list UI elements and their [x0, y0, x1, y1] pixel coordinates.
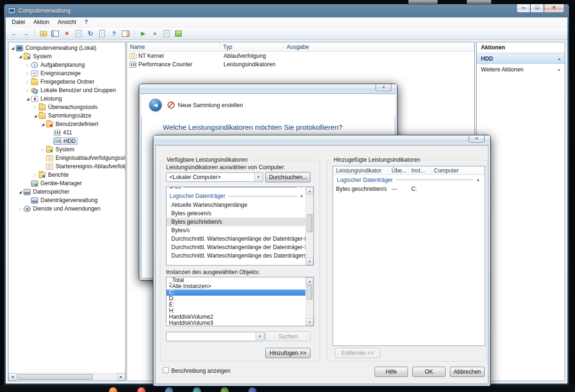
list-row-nt-kernel[interactable]: NT Kernel Ablaufverfolgung [127, 52, 474, 60]
start-collector-button[interactable]: ▶ [137, 28, 149, 39]
taskbar-app-icon[interactable] [137, 387, 145, 392]
tree-item-lokale-benutzer[interactable]: ▷Lokale Benutzer und Gruppen [8, 86, 125, 94]
expander-icon[interactable]: ◢ [25, 97, 31, 101]
expander-icon[interactable]: ◢ [32, 114, 38, 118]
expand-icon[interactable]: ▼ [300, 187, 303, 191]
cut-group-row[interactable]: IPv6▼ [167, 187, 305, 191]
tree-item-ereignisablaufverfolgung[interactable]: Ereignisablaufverfolgungssit [8, 154, 125, 162]
more-actions-item[interactable]: Weitere Aktionen ▸ [477, 64, 565, 75]
scroll-left-button[interactable]: ◀ [8, 373, 16, 381]
list-row-performance-counter[interactable]: Performance Counter Leistungsindikatoren [127, 60, 474, 69]
computer-combobox[interactable]: <Lokaler Computer> ▼ [166, 172, 263, 182]
tree-item-ueberwachungstools[interactable]: ▷Überwachungstools [8, 103, 125, 111]
expander-icon[interactable]: ▷ [17, 207, 23, 211]
counter-item[interactable]: Aktuelle Warteschlangenlänge [167, 201, 305, 209]
minimize-button[interactable]: – [517, 4, 530, 13]
tree-item-starterereignis[interactable]: Starterereignis-Ablaufverfolgu [8, 162, 125, 171]
wizard-close-button[interactable]: × [375, 84, 391, 91]
latest-data-button[interactable] [173, 28, 184, 39]
scrollbar-thumb[interactable] [307, 285, 312, 299]
tree-item-system-sets[interactable]: ▷System [8, 145, 125, 154]
tree-item-freigegebene-ordner[interactable]: ▷Freigegebene Ordner [8, 78, 125, 86]
up-button[interactable]: ↑ [38, 28, 49, 39]
instance-item[interactable]: <Alle Instanzen> [167, 283, 305, 290]
expander-icon[interactable]: ▷ [32, 105, 38, 110]
tree-item-benutzerdefiniert[interactable]: ◢Benutzerdefiniert [8, 120, 125, 128]
taskbar-app-icon[interactable] [221, 387, 229, 392]
counter-item[interactable]: Durchschnittl. Warteschlangenlänge der D… [167, 243, 305, 251]
scroll-up-button[interactable]: ▲ [306, 187, 313, 195]
expander-icon[interactable]: ◢ [17, 55, 23, 59]
wizard-back-button[interactable]: ◀ [149, 99, 162, 111]
column-header-ausgabe[interactable]: Ausgabe [284, 42, 474, 51]
help-button[interactable]: Hilfe [375, 367, 408, 377]
export-list-button[interactable] [96, 28, 108, 39]
chevron-up-icon[interactable]: ▴ [558, 56, 560, 61]
menu-hilfe[interactable]: ? [80, 18, 92, 26]
tree-item-411[interactable]: 411 [8, 128, 125, 137]
show-console-tree-button[interactable] [49, 28, 61, 39]
close-button[interactable]: × [544, 4, 564, 13]
available-counters-list[interactable]: IPv6▼ Logischer Datenträger▲ Aktuelle Wa… [166, 187, 314, 266]
search-button[interactable]: Suchen [265, 331, 311, 341]
expander-icon[interactable]: ◢ [17, 190, 23, 194]
view-log-button[interactable] [161, 28, 172, 39]
collapse-icon[interactable]: ▲ [300, 192, 303, 200]
properties-button[interactable] [73, 28, 84, 39]
stop-collector-button[interactable]: ■ [149, 28, 160, 39]
wizard-title-bar[interactable]: × [139, 84, 397, 94]
column-header-name[interactable]: Name [127, 42, 220, 51]
tree-item-berichte[interactable]: ▷Berichte [8, 171, 125, 179]
browse-button[interactable]: Durchsuchen... [265, 172, 311, 182]
tree-item-hdd[interactable]: HDD [8, 137, 125, 145]
counter-item[interactable]: Durchschnittl. Warteschlangenlänge des D… [167, 251, 305, 260]
tree-item-datenspeicher[interactable]: ◢Datenspeicher [8, 188, 125, 196]
column-leistungsindikator[interactable]: Leistungsindikator [333, 166, 389, 174]
instance-item[interactable]: HarddiskVolume3 [167, 320, 305, 326]
menu-ansicht[interactable]: Ansicht [53, 18, 80, 26]
tree-item-datentraegerverwaltung[interactable]: Datenträgerverwaltung [8, 196, 125, 204]
expander-icon[interactable]: ◢ [40, 122, 46, 126]
menu-datei[interactable]: Datei [8, 18, 29, 26]
expander-icon[interactable]: ▷ [25, 88, 31, 93]
dialog-close-button[interactable]: × [469, 135, 485, 142]
search-counter-combobox[interactable]: ▼ [166, 332, 264, 341]
counter-item[interactable]: Durchschnittl. Warteschlangenlänge der D… [167, 235, 305, 243]
actions-group-hdd[interactable]: HDD ▴ [477, 53, 565, 64]
instance-item-selected[interactable]: C: [167, 290, 305, 296]
added-group-row[interactable]: Logischer Datenträger▲ [333, 175, 485, 185]
taskbar-app-icon[interactable] [193, 387, 201, 392]
taskbar[interactable] [0, 386, 575, 392]
instances-scrollbar[interactable]: ▲ ▼ [305, 277, 313, 326]
added-counters-table[interactable]: Leistungsindikator Übe... Inst... Comput… [333, 166, 485, 346]
tree-item-ereignisanzeige[interactable]: ▷Ereignisanzeige [8, 69, 125, 78]
counter-item-selected[interactable]: Bytes geschrieben/s [167, 218, 305, 226]
cancel-button[interactable]: Abbrechen [450, 367, 485, 377]
expander-icon[interactable]: ◢ [10, 46, 16, 50]
help-button[interactable]: ? [108, 28, 120, 39]
counter-item[interactable]: Bytes/s [167, 226, 305, 235]
refresh-button[interactable]: ↻ [85, 28, 96, 39]
back-button[interactable]: ← [8, 28, 20, 39]
added-counter-row[interactable]: Bytes geschrieben/s --- C: [333, 185, 485, 193]
expander-icon[interactable]: ▷ [40, 148, 46, 152]
tree-item-system[interactable]: ◢System [8, 52, 125, 61]
delete-button[interactable]: × [61, 28, 72, 39]
show-description-checkbox[interactable] [163, 367, 169, 373]
expander-icon[interactable]: ▷ [25, 63, 31, 67]
taskbar-app-icon[interactable] [248, 387, 256, 392]
scrollbar-thumb[interactable] [17, 374, 93, 380]
collapse-icon[interactable]: ▲ [476, 178, 480, 182]
counters-scrollbar[interactable]: ▲ ▼ [305, 187, 313, 265]
combo-dropdown-icon[interactable]: ▼ [256, 333, 264, 340]
tree-item-computerverwaltung[interactable]: ◢Computerverwaltung (Lokal) [8, 44, 125, 52]
expander-icon[interactable]: ▷ [25, 80, 31, 84]
add-button[interactable]: Hinzufügen >> [265, 348, 311, 358]
column-header-typ[interactable]: Typ [220, 42, 284, 51]
remove-button[interactable]: Entfernen << [335, 348, 380, 358]
column-instanz[interactable]: Inst... [408, 166, 431, 174]
instance-item[interactable]: D: [167, 296, 305, 302]
combo-dropdown-icon[interactable]: ▼ [254, 173, 262, 181]
expander-icon[interactable]: ▷ [25, 71, 31, 76]
tree-item-dienste[interactable]: ▷Dienste und Anwendungen [8, 204, 125, 213]
